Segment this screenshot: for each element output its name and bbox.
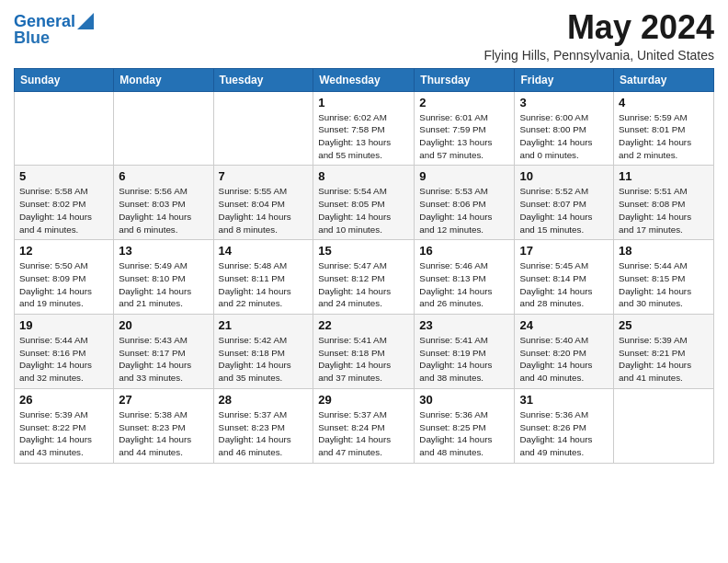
day-info: Sunrise: 5:41 AM Sunset: 8:19 PM Dayligh… [419,334,509,385]
calendar-cell: 21Sunrise: 5:42 AM Sunset: 8:18 PM Dayli… [213,315,313,389]
weekday-header-wednesday: Wednesday [313,68,415,91]
calendar-week-5: 26Sunrise: 5:39 AM Sunset: 8:22 PM Dayli… [15,388,714,463]
day-info: Sunrise: 5:52 AM Sunset: 8:07 PM Dayligh… [519,185,609,236]
day-number: 18 [619,244,709,258]
day-number: 4 [619,96,709,109]
calendar-cell [15,91,114,166]
calendar-cell: 14Sunrise: 5:48 AM Sunset: 8:11 PM Dayli… [213,240,313,315]
day-info: Sunrise: 5:45 AM Sunset: 8:14 PM Dayligh… [519,259,609,310]
day-info: Sunrise: 5:59 AM Sunset: 8:01 PM Dayligh… [619,111,709,162]
calendar-cell: 26Sunrise: 5:39 AM Sunset: 8:22 PM Dayli… [15,388,114,463]
calendar-cell: 16Sunrise: 5:46 AM Sunset: 8:13 PM Dayli… [415,240,515,315]
day-number: 25 [619,318,709,332]
calendar-cell: 30Sunrise: 5:36 AM Sunset: 8:25 PM Dayli… [415,388,515,463]
day-number: 13 [119,244,208,258]
day-number: 16 [419,244,509,258]
day-number: 10 [519,169,609,183]
day-info: Sunrise: 5:42 AM Sunset: 8:18 PM Dayligh… [219,334,309,385]
calendar-cell: 28Sunrise: 5:37 AM Sunset: 8:23 PM Dayli… [213,388,313,463]
calendar-cell: 10Sunrise: 5:52 AM Sunset: 8:07 PM Dayli… [515,166,614,240]
weekday-header-monday: Monday [114,68,213,91]
day-info: Sunrise: 5:53 AM Sunset: 8:06 PM Dayligh… [419,185,509,236]
title-block: May 2024 Flying Hills, Pennsylvania, Uni… [483,9,714,63]
calendar-cell: 6Sunrise: 5:56 AM Sunset: 8:03 PM Daylig… [114,166,213,240]
calendar-cell: 8Sunrise: 5:54 AM Sunset: 8:05 PM Daylig… [313,166,415,240]
day-number: 6 [119,169,208,183]
month-title: May 2024 [483,9,714,46]
day-info: Sunrise: 5:49 AM Sunset: 8:10 PM Dayligh… [119,259,208,310]
day-info: Sunrise: 5:51 AM Sunset: 8:08 PM Dayligh… [619,185,709,236]
calendar-cell: 15Sunrise: 5:47 AM Sunset: 8:12 PM Dayli… [313,240,415,315]
calendar-cell: 3Sunrise: 6:00 AM Sunset: 8:00 PM Daylig… [515,91,614,166]
day-number: 24 [519,318,609,332]
day-number: 23 [419,318,509,332]
day-info: Sunrise: 5:43 AM Sunset: 8:17 PM Dayligh… [119,334,208,385]
day-info: Sunrise: 5:41 AM Sunset: 8:18 PM Dayligh… [318,334,409,385]
day-info: Sunrise: 5:40 AM Sunset: 8:20 PM Dayligh… [519,334,609,385]
calendar-table: SundayMondayTuesdayWednesdayThursdayFrid… [14,68,714,464]
day-info: Sunrise: 5:38 AM Sunset: 8:23 PM Dayligh… [119,408,208,459]
calendar-cell: 18Sunrise: 5:44 AM Sunset: 8:15 PM Dayli… [614,240,714,315]
calendar-cell: 31Sunrise: 5:36 AM Sunset: 8:26 PM Dayli… [515,388,614,463]
weekday-header-saturday: Saturday [614,68,714,91]
logo-icon [77,13,94,29]
day-info: Sunrise: 5:36 AM Sunset: 8:26 PM Dayligh… [519,408,609,459]
day-info: Sunrise: 5:50 AM Sunset: 8:09 PM Dayligh… [19,259,108,310]
day-number: 27 [119,393,208,407]
logo: General Blue [14,9,94,48]
calendar-cell [614,388,714,463]
location-text: Flying Hills, Pennsylvania, United State… [483,48,714,63]
day-number: 5 [19,169,108,183]
day-number: 7 [219,169,309,183]
day-info: Sunrise: 5:55 AM Sunset: 8:04 PM Dayligh… [219,185,309,236]
calendar-week-3: 12Sunrise: 5:50 AM Sunset: 8:09 PM Dayli… [15,240,714,315]
day-number: 17 [519,244,609,258]
calendar-cell: 1Sunrise: 6:02 AM Sunset: 7:58 PM Daylig… [313,91,415,166]
day-info: Sunrise: 5:54 AM Sunset: 8:05 PM Dayligh… [318,185,409,236]
svg-marker-0 [77,13,94,29]
day-info: Sunrise: 5:37 AM Sunset: 8:24 PM Dayligh… [318,408,409,459]
day-info: Sunrise: 5:39 AM Sunset: 8:21 PM Dayligh… [619,334,709,385]
calendar-cell: 9Sunrise: 5:53 AM Sunset: 8:06 PM Daylig… [415,166,515,240]
day-number: 28 [219,393,309,407]
day-number: 3 [519,96,609,109]
day-info: Sunrise: 6:00 AM Sunset: 8:00 PM Dayligh… [519,111,609,162]
day-info: Sunrise: 5:44 AM Sunset: 8:16 PM Dayligh… [19,334,108,385]
day-number: 8 [318,169,409,183]
calendar-cell: 17Sunrise: 5:45 AM Sunset: 8:14 PM Dayli… [515,240,614,315]
calendar-cell [114,91,213,166]
day-info: Sunrise: 5:37 AM Sunset: 8:23 PM Dayligh… [219,408,309,459]
calendar-header: SundayMondayTuesdayWednesdayThursdayFrid… [15,68,714,91]
day-info: Sunrise: 5:44 AM Sunset: 8:15 PM Dayligh… [619,259,709,310]
calendar-body: 1Sunrise: 6:02 AM Sunset: 7:58 PM Daylig… [15,91,714,463]
calendar-cell: 22Sunrise: 5:41 AM Sunset: 8:18 PM Dayli… [313,315,415,389]
calendar-cell: 7Sunrise: 5:55 AM Sunset: 8:04 PM Daylig… [213,166,313,240]
day-info: Sunrise: 5:47 AM Sunset: 8:12 PM Dayligh… [318,259,409,310]
day-number: 21 [219,318,309,332]
day-number: 31 [519,393,609,407]
day-info: Sunrise: 5:46 AM Sunset: 8:13 PM Dayligh… [419,259,509,310]
logo-blue-text: Blue [14,29,50,48]
page-header: General Blue May 2024 Flying Hills, Penn… [14,9,714,63]
day-number: 29 [318,393,409,407]
weekday-header-sunday: Sunday [15,68,114,91]
day-number: 26 [19,393,108,407]
day-info: Sunrise: 5:48 AM Sunset: 8:11 PM Dayligh… [219,259,309,310]
calendar-cell [213,91,313,166]
calendar-cell: 12Sunrise: 5:50 AM Sunset: 8:09 PM Dayli… [15,240,114,315]
calendar-cell: 4Sunrise: 5:59 AM Sunset: 8:01 PM Daylig… [614,91,714,166]
day-number: 30 [419,393,509,407]
day-info: Sunrise: 5:36 AM Sunset: 8:25 PM Dayligh… [419,408,509,459]
day-info: Sunrise: 5:56 AM Sunset: 8:03 PM Dayligh… [119,185,208,236]
calendar-week-1: 1Sunrise: 6:02 AM Sunset: 7:58 PM Daylig… [15,91,714,166]
day-info: Sunrise: 6:01 AM Sunset: 7:59 PM Dayligh… [419,111,509,162]
day-number: 2 [419,96,509,109]
calendar-cell: 27Sunrise: 5:38 AM Sunset: 8:23 PM Dayli… [114,388,213,463]
day-number: 15 [318,244,409,258]
calendar-cell: 2Sunrise: 6:01 AM Sunset: 7:59 PM Daylig… [415,91,515,166]
calendar-week-2: 5Sunrise: 5:58 AM Sunset: 8:02 PM Daylig… [15,166,714,240]
day-number: 14 [219,244,309,258]
day-number: 9 [419,169,509,183]
calendar-cell: 23Sunrise: 5:41 AM Sunset: 8:19 PM Dayli… [415,315,515,389]
day-number: 19 [19,318,108,332]
